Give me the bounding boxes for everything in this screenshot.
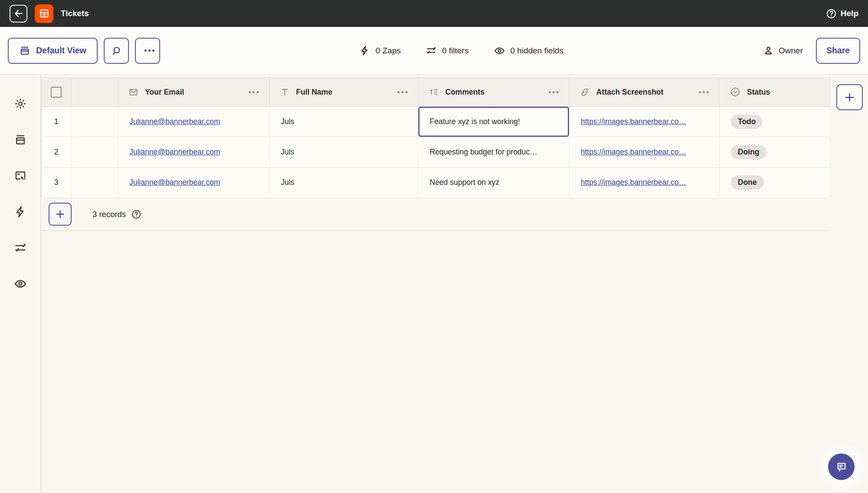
person-icon [763, 45, 774, 56]
cell-your-email[interactable]: Julianne@bannerbear.com [118, 107, 270, 137]
eye-icon [494, 45, 505, 56]
status-badge: Todo [731, 115, 763, 129]
row-expand-cell[interactable] [71, 168, 118, 197]
email-link[interactable]: Julianne@bannerbear.com [129, 148, 220, 157]
hidden-fields-indicator[interactable]: 0 hidden fields [494, 45, 564, 56]
row-expand-cell[interactable] [71, 137, 118, 167]
row-number-cell[interactable]: 2 [41, 137, 71, 167]
chat-widget-button[interactable] [828, 454, 855, 480]
help-button[interactable]: Help [826, 8, 858, 19]
content-area: Your Email Full Name Comments [0, 75, 868, 493]
column-label: Full Name [296, 88, 332, 97]
cell-your-email[interactable]: Julianne@bannerbear.com [118, 168, 270, 197]
column-header-status[interactable]: Status [720, 78, 830, 106]
cell-status[interactable]: Todo [720, 107, 830, 137]
status-badge: Done [731, 175, 764, 190]
cell-full-name[interactable]: Juls [270, 137, 418, 167]
filter-sliders-icon [426, 45, 437, 56]
filters-indicator[interactable]: 0 filters [426, 45, 468, 56]
share-label: Share [826, 46, 850, 56]
cell-comments-selected[interactable]: Feature xyz is not working! [418, 107, 569, 137]
view-stats: 0 Zaps 0 filters 0 hidden fields [359, 45, 563, 56]
column-menu-button[interactable] [694, 91, 709, 93]
column-label: Status [747, 88, 770, 97]
screenshot-url-link[interactable]: https://images.bannerbear.co… [581, 117, 686, 126]
cell-full-name[interactable]: Juls [270, 168, 418, 197]
view-toolbar: Default View 0 Zaps 0 filters 0 hidden f… [0, 27, 868, 75]
column-header-attach-screenshot[interactable]: Attach Screenshot [569, 78, 720, 106]
cell-full-name[interactable]: Juls [270, 107, 418, 137]
record-count: 3 records [92, 209, 141, 220]
table-row: 2 Julianne@bannerbear.com Juls Requestin… [41, 137, 830, 168]
zaps-indicator[interactable]: 0 Zaps [359, 45, 401, 56]
screenshot-url-link[interactable]: https://images.bannerbear.co… [581, 178, 686, 187]
row-number-cell[interactable]: 3 [41, 168, 71, 197]
table-footer: 3 records [41, 198, 830, 231]
table-header-row: Your Email Full Name Comments [41, 77, 830, 107]
eye-icon [14, 277, 27, 290]
search-icon [111, 45, 122, 56]
share-button[interactable]: Share [816, 38, 860, 64]
comment-text: Requesting budget for produc… [430, 148, 537, 157]
cell-your-email[interactable]: Julianne@bannerbear.com [118, 137, 270, 167]
cell-attach-screenshot[interactable]: https://images.bannerbear.co… [569, 107, 720, 137]
hidden-fields-count-label: 0 hidden fields [510, 46, 564, 56]
column-menu-button[interactable] [393, 91, 408, 93]
view-stack-icon [19, 45, 30, 56]
sidebar-item-zaps[interactable] [14, 205, 27, 218]
view-stack-icon [14, 133, 27, 146]
cell-attach-screenshot[interactable]: https://images.bannerbear.co… [569, 168, 720, 197]
text-field-icon [280, 87, 289, 97]
expand-column-header [71, 78, 118, 106]
cell-attach-screenshot[interactable]: https://images.bannerbear.co… [569, 137, 720, 167]
comment-text: Feature xyz is not working! [430, 117, 520, 126]
ellipsis-icon [140, 49, 155, 52]
records-table: Your Email Full Name Comments [41, 77, 830, 231]
full-name-text: Juls [281, 148, 294, 157]
sidebar-item-settings[interactable] [14, 97, 27, 110]
view-more-button[interactable] [135, 38, 160, 64]
status-badge: Doing [731, 145, 766, 159]
column-header-comments[interactable]: Comments [418, 78, 569, 106]
zaps-count-label: 0 Zaps [375, 46, 401, 56]
column-menu-button[interactable] [244, 91, 259, 93]
sidebar-item-forms[interactable] [14, 169, 27, 182]
column-header-full-name[interactable]: Full Name [270, 78, 418, 106]
column-label: Your Email [145, 88, 184, 97]
owner-label: Owner [779, 46, 803, 56]
back-button[interactable] [10, 5, 27, 23]
default-view-button[interactable]: Default View [8, 38, 98, 64]
default-view-label: Default View [36, 46, 86, 56]
topbar: Tickets Help [0, 0, 868, 27]
email-link[interactable]: Julianne@bannerbear.com [129, 117, 220, 126]
email-link[interactable]: Julianne@bannerbear.com [129, 178, 220, 187]
column-menu-button[interactable] [544, 91, 559, 93]
left-sidebar [0, 75, 41, 493]
select-all-checkbox[interactable] [51, 87, 62, 98]
cell-status[interactable]: Doing [720, 137, 830, 167]
column-label: Attach Screenshot [596, 88, 664, 97]
table-area: Your Email Full Name Comments [41, 75, 868, 493]
add-field-button[interactable] [836, 84, 863, 110]
long-text-icon [429, 87, 439, 97]
zap-lightning-icon [14, 205, 27, 218]
full-name-text: Juls [281, 178, 294, 187]
column-header-your-email[interactable]: Your Email [118, 78, 270, 106]
row-number-cell[interactable]: 1 [41, 107, 71, 137]
row-expand-cell[interactable] [71, 107, 118, 137]
cell-status[interactable]: Done [720, 168, 830, 197]
records-help-icon[interactable] [131, 209, 141, 220]
cell-comments[interactable]: Requesting budget for produc… [418, 137, 569, 167]
search-button[interactable] [104, 38, 129, 64]
chat-bubble-icon [835, 460, 848, 473]
sidebar-item-views[interactable] [14, 133, 27, 146]
envelope-icon [128, 87, 138, 97]
sidebar-item-hidden-fields[interactable] [14, 277, 27, 290]
screenshot-url-link[interactable]: https://images.bannerbear.co… [581, 148, 686, 157]
owner-menu[interactable]: Owner [763, 45, 803, 56]
sidebar-item-filters[interactable] [14, 241, 27, 254]
cell-comments[interactable]: Need support on xyz [418, 168, 569, 197]
gear-icon [14, 97, 27, 110]
table-grid-icon [39, 8, 50, 19]
add-record-button[interactable] [49, 203, 72, 226]
